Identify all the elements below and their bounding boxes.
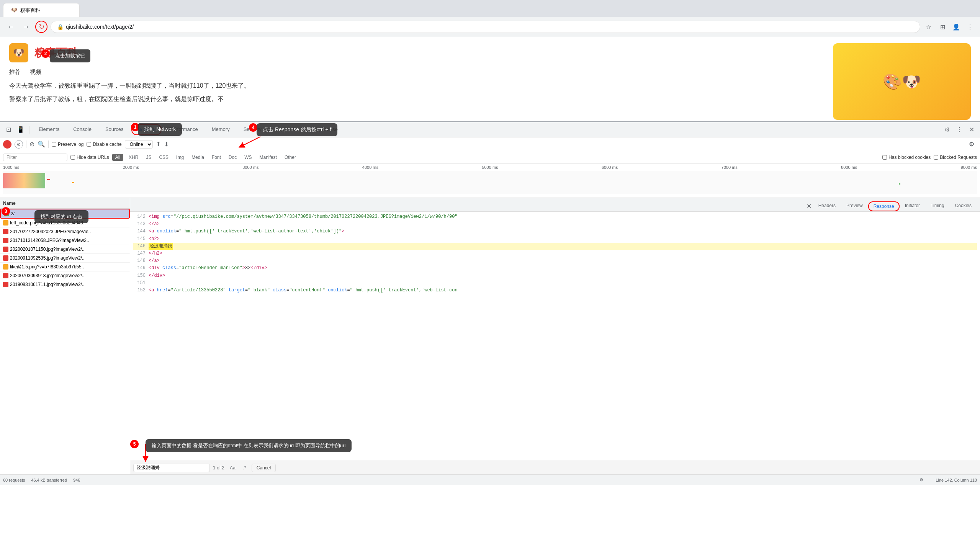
tab-initiator[interactable]: Initiator [900, 201, 925, 211]
devtools-more-button[interactable]: ⋮ [954, 124, 965, 135]
tab-sources[interactable]: Sources [99, 123, 130, 136]
filter-all-button[interactable]: All [112, 154, 123, 161]
search-button[interactable]: 🔍 [38, 141, 45, 148]
site-logo: 🐶 [9, 43, 28, 62]
search-result-info: 1 of 2 [213, 465, 224, 471]
blocked-cookies-checkbox[interactable]: Has blocked cookies [882, 155, 931, 160]
req-icon-img2 [3, 238, 8, 243]
request-item-img1[interactable]: 20170227220042023.JPEG?imageVie.. [0, 227, 130, 236]
stop-button[interactable]: ⊘ [15, 140, 23, 149]
nav-recommend[interactable]: 推荐 [9, 69, 21, 76]
main-content: Name 2/ left_code.png?v=0a1153c06294049.… [0, 198, 980, 474]
record-button[interactable] [3, 140, 11, 149]
filter-other[interactable]: Other [282, 154, 298, 161]
request-scroll[interactable]: 2/ left_code.png?v=0a1153c06294049.. 201… [0, 209, 130, 474]
menu-icon[interactable]: ⋮ [965, 21, 975, 32]
code-line-148: 148 </a> [133, 257, 977, 265]
request-item-img3[interactable]: 20200201071150.jpg?imageView2/.. [0, 245, 130, 254]
timeline-label-8: 9000 ms [961, 165, 977, 170]
promo-image: 🎨🐶 [833, 43, 971, 120]
nav-links: 推荐 视频 [9, 69, 971, 76]
filter-doc[interactable]: Doc [226, 154, 239, 161]
request-list-header: Name [0, 198, 130, 209]
reload-button[interactable]: ↻ [35, 21, 47, 33]
request-item-img4[interactable]: 20200911092535.jpg?imageView2/.. [0, 254, 130, 263]
preserve-log-checkbox[interactable]: Preserve log [52, 142, 83, 147]
response-close-button[interactable]: ✕ [805, 201, 813, 211]
tab-headers[interactable]: Headers [813, 201, 841, 211]
tab-preview[interactable]: Preview [841, 201, 868, 211]
hide-data-urls-checkbox[interactable]: Hide data URLs [70, 155, 109, 160]
request-item-img6[interactable]: 20190831061711.jpg?imageView2/.. [0, 280, 130, 289]
filter-css[interactable]: CSS [157, 154, 171, 161]
element-picker-button[interactable]: ⊡ [3, 124, 14, 135]
filter-bar: Hide data URLs All XHR JS CSS Img Media … [0, 151, 980, 163]
filter-media[interactable]: Media [189, 154, 206, 161]
timeline-label-4: 5000 ms [482, 165, 498, 170]
cursor-position: Line 142, Column 118 [936, 478, 977, 482]
annotation-number-4: 4 [249, 123, 257, 132]
filter-xhr[interactable]: XHR [126, 154, 141, 161]
nav-video[interactable]: 视频 [30, 69, 41, 76]
timeline-label-0: 1000 ms [3, 165, 19, 170]
back-button[interactable]: ← [5, 21, 17, 33]
tab-elements[interactable]: Elements [33, 123, 65, 136]
req-name-img5: 20200703093918.jpg?imageView2/.. [10, 273, 127, 278]
tab-response[interactable]: Response [868, 201, 900, 211]
req-icon-left-code [3, 220, 8, 226]
request-item-img5[interactable]: 20200703093918.jpg?imageView2/.. [0, 271, 130, 280]
tooltip-input-check: 输入页面中的数据 看是否在响应的html中 在则表示我们请求的url 即为页面导… [146, 439, 352, 452]
code-area[interactable]: 142 <img src="//pic.qiushibaike.com/syst… [130, 212, 980, 461]
tooltip-find-url: 找到对应的url 点击 [34, 210, 88, 223]
devtools-settings-button[interactable]: ⚙ [942, 124, 952, 135]
import-icon[interactable]: ⬆ [156, 141, 161, 148]
bookmark-icon[interactable]: ☆ [923, 21, 934, 32]
tab-timing[interactable]: Timing [925, 201, 950, 211]
search-regex-option[interactable]: .* [241, 464, 249, 471]
search-input-bottom[interactable] [133, 464, 210, 472]
request-item-img2[interactable]: 20171013142058.JPEG?imageView2.. [0, 236, 130, 245]
search-case-option[interactable]: Aa [227, 464, 238, 471]
extension-icon[interactable]: ⊞ [937, 21, 948, 32]
code-line-144: 144 <a onclick="_hmt.push(['_trackEvent'… [133, 228, 977, 235]
throttling-select[interactable]: Online [125, 140, 153, 149]
request-item-like[interactable]: like@1.5.png?v=b7f830b3bb97b55.. [0, 263, 130, 271]
browser-tab[interactable]: 🐶 糗事百科 [3, 3, 80, 17]
requests-count: 60 requests [3, 478, 25, 482]
site-header: 🐶 糗事百科 👤 泾汲滟涌娉 +32 [9, 43, 971, 62]
annotation-number-3: 3 [2, 207, 10, 216]
req-name-img3: 20200201071150.jpg?imageView2/.. [10, 247, 127, 252]
network-settings-button[interactable]: ⚙ [966, 139, 977, 150]
filter-js[interactable]: JS [144, 154, 154, 161]
resources-size: 946 [73, 478, 80, 482]
tooltip-find-network: 找到 Network [138, 123, 182, 136]
devtools-close-button[interactable]: ✕ [966, 124, 977, 135]
search-cancel-button[interactable]: Cancel [252, 464, 276, 472]
tab-memory[interactable]: Memory [206, 123, 236, 136]
filter-img[interactable]: Img [174, 154, 186, 161]
req-name-img4: 20200911092535.jpg?imageView2/.. [10, 255, 127, 261]
timeline-label-1: 2000 ms [123, 165, 139, 170]
filter-button[interactable]: ⊘ [29, 141, 34, 148]
blocked-requests-checkbox[interactable]: Blocked Requests [934, 155, 977, 160]
webpage-content: 🐶 糗事百科 👤 泾汲滟涌娉 +32 推荐 视频 今天去驾校学车，被教练重重踢了… [0, 37, 980, 121]
size-transferred: 46.4 kB transferred [31, 478, 67, 482]
code-line-142: 142 <img src="//pic.qiushibaike.com/syst… [133, 213, 977, 221]
profile-icon[interactable]: 👤 [951, 21, 962, 32]
filter-manifest[interactable]: Manifest [257, 154, 279, 161]
tab-console[interactable]: Console [67, 123, 98, 136]
code-line-151: 151 [133, 279, 977, 287]
req-icon-img6 [3, 282, 8, 287]
device-toggle-button[interactable]: 📱 [15, 124, 26, 135]
disable-cache-checkbox[interactable]: Disable cache [87, 142, 121, 147]
filter-input[interactable] [3, 154, 67, 161]
address-bar[interactable]: 🔒 qiushibaike.com/text/page/2/ [51, 21, 920, 33]
content-text: 今天去驾校学车，被教练重重踢了一脚，一脚踢到我腰了，当时就打110了，120也来… [9, 80, 971, 105]
forward-button[interactable]: → [20, 21, 32, 33]
filter-font[interactable]: Font [209, 154, 223, 161]
filter-ws[interactable]: WS [242, 154, 254, 161]
address-bar-row: ← → ↻ 🔒 qiushibaike.com/text/page/2/ ☆ ⊞… [0, 17, 980, 37]
response-tabs: ✕ Headers Preview Response Initiator Tim… [130, 198, 980, 212]
export-icon[interactable]: ⬇ [164, 141, 169, 148]
tab-cookies[interactable]: Cookies [950, 201, 977, 211]
